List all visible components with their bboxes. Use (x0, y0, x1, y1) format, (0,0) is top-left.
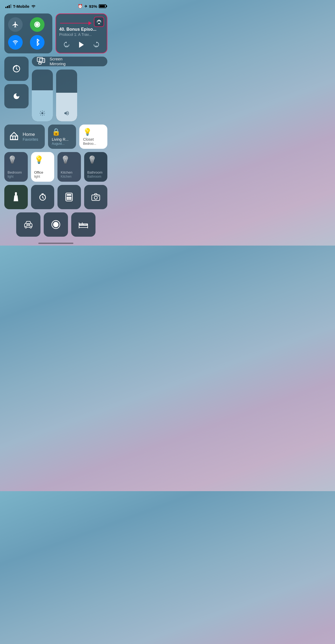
brightness-slider[interactable] (32, 70, 53, 121)
svg-rect-12 (67, 194, 71, 196)
kitchen-light-icon: 💡 (61, 155, 70, 164)
location-icon: ✈ (84, 4, 87, 8)
svg-rect-8 (15, 192, 17, 195)
bathroom-light-tile[interactable]: 💡 Bathroom Bathroom (84, 152, 108, 182)
bedroom-light-icon: 💡 (8, 155, 17, 164)
camera-button[interactable] (84, 185, 108, 209)
mirror-sliders-col: ScreenMirroring (32, 57, 107, 121)
screen-record-button[interactable] (44, 212, 68, 237)
calculator-button[interactable] (57, 185, 81, 209)
svg-rect-7 (11, 136, 18, 140)
arrow-indicator (60, 20, 92, 26)
status-bar: T-Mobile ⏰ ✈ 93% (0, 0, 112, 11)
battery-icon (99, 4, 106, 8)
skip-forward-button[interactable]: 30 (92, 40, 101, 49)
home-label: Home (23, 132, 38, 137)
svg-point-20 (94, 196, 97, 199)
svg-rect-32 (83, 224, 87, 225)
closet-name: Closet (83, 137, 96, 142)
bluetooth-button[interactable] (30, 35, 45, 50)
home-sublabel: Favorites (23, 137, 38, 142)
svg-point-0 (36, 24, 38, 26)
signal-bars (5, 4, 11, 8)
last-row (4, 212, 107, 237)
closet-accessory[interactable]: 💡 Closet Bedroo... (79, 125, 107, 149)
living-room-accessory[interactable]: 🔒 Living R... August... (48, 125, 76, 149)
status-left: T-Mobile (5, 4, 36, 9)
home-favorites-row: Home Favorites 🔒 Living R... August... 💡… (4, 125, 107, 149)
screen-mirroring-label: ScreenMirroring (50, 57, 66, 66)
office-light-tile[interactable]: 💡 Office light (31, 152, 54, 182)
living-room-sub: August... (52, 142, 69, 146)
play-button[interactable] (77, 40, 86, 50)
living-room-label-group: Living R... August... (52, 137, 69, 146)
skip-back-button[interactable]: 15 (62, 40, 71, 49)
signal-bar-1 (5, 7, 6, 8)
battery-percentage: 93% (89, 4, 97, 9)
home-bar-line (38, 243, 73, 244)
svg-rect-19 (92, 195, 100, 201)
svg-point-13 (67, 197, 68, 198)
status-right: ⏰ ✈ 93% (78, 4, 106, 9)
svg-point-24 (25, 226, 27, 228)
volume-icon (64, 110, 70, 118)
svg-point-21 (95, 197, 97, 199)
sliders-row (32, 70, 107, 121)
svg-rect-26 (27, 224, 30, 226)
now-playing-title: 40. Bonus Episo... (59, 27, 104, 32)
now-playing-block[interactable]: 40. Bonus Episo... Protocol 1: A Trav...… (56, 13, 107, 53)
home-label-group: Home Favorites (23, 132, 38, 142)
volume-slider[interactable] (56, 70, 77, 121)
home-icon (9, 131, 19, 142)
wifi-button[interactable] (8, 35, 23, 50)
timer-button[interactable] (31, 185, 54, 209)
svg-point-15 (70, 197, 71, 198)
battery-fill (100, 5, 105, 7)
arrow-head (88, 21, 92, 25)
wifi-status-icon (31, 4, 36, 9)
now-playing-controls: 15 30 (59, 40, 104, 50)
home-favorites-button[interactable]: Home Favorites (4, 125, 45, 149)
airplay-button[interactable] (94, 17, 104, 27)
lights-row: 💡 Bedroom light 💡 Office light 💡 Kitchen… (4, 152, 107, 182)
top-row: 40. Bonus Episo... Protocol 1: A Trav...… (4, 13, 107, 53)
airplane-mode-button[interactable] (8, 17, 23, 32)
kitchen-light-name: Kitchen (61, 170, 72, 175)
kitchen-light-tile[interactable]: 💡 Kitchen Kitchen (57, 152, 81, 182)
signal-bar-2 (7, 6, 8, 8)
svg-rect-5 (39, 58, 45, 63)
bed-button[interactable] (71, 212, 95, 237)
bathroom-light-name: Bathroom (87, 170, 102, 175)
bedroom-light-room: light (8, 175, 13, 178)
carrier-name: T-Mobile (13, 4, 29, 9)
cellular-button[interactable] (30, 17, 45, 32)
small-buttons-col (4, 57, 29, 121)
screen-mirroring-button[interactable]: ScreenMirroring (32, 57, 107, 66)
rotate-lock-button[interactable] (4, 57, 29, 81)
second-row: ScreenMirroring (4, 57, 107, 121)
svg-point-22 (98, 196, 98, 197)
svg-rect-31 (80, 224, 82, 225)
svg-point-18 (70, 199, 71, 200)
bedroom-light-tile[interactable]: 💡 Bedroom light (4, 152, 28, 182)
now-playing-subtitle: Protocol 1: A Trav... (59, 32, 104, 37)
svg-point-28 (53, 222, 59, 227)
bottom-row (4, 185, 107, 209)
arrow-line (60, 23, 88, 24)
svg-point-14 (69, 197, 70, 198)
office-light-room: light (34, 175, 40, 178)
office-light-name: Office (34, 170, 43, 175)
car-button[interactable] (16, 212, 40, 237)
screen-mirror-icon (37, 57, 46, 66)
flashlight-button[interactable] (4, 185, 28, 209)
home-bar (0, 239, 112, 246)
signal-bar-3 (9, 5, 10, 8)
living-room-name: Living R... (52, 137, 69, 142)
alarm-icon: ⏰ (78, 4, 83, 9)
svg-point-17 (69, 199, 70, 200)
bathroom-light-icon: 💡 (87, 155, 97, 164)
svg-marker-1 (79, 42, 84, 48)
svg-point-6 (41, 112, 43, 114)
do-not-disturb-button[interactable] (4, 84, 29, 108)
bathroom-light-room: Bathroom (87, 175, 101, 178)
